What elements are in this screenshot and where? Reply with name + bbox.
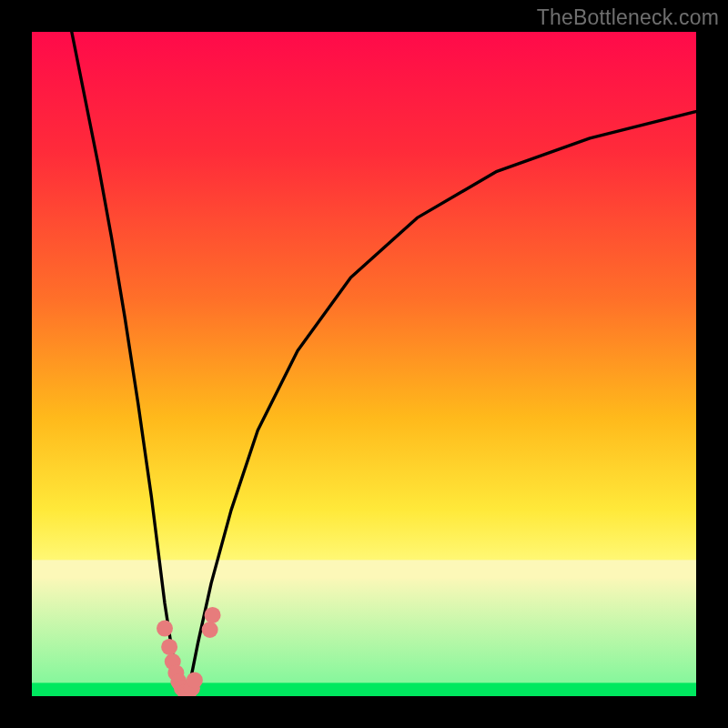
pale-band <box>32 560 696 578</box>
marker-dot <box>157 621 173 637</box>
marker-dot <box>187 672 203 688</box>
marker-dot <box>205 607 221 623</box>
marker-dot <box>161 639 177 655</box>
brand-watermark: TheBottleneck.com <box>537 5 719 30</box>
viewport-frame: TheBottleneck.com <box>0 0 728 728</box>
plot-svg <box>32 32 696 696</box>
bottom-green-stripe <box>32 682 696 696</box>
marker-dot <box>202 622 218 638</box>
plot-area <box>32 32 696 696</box>
